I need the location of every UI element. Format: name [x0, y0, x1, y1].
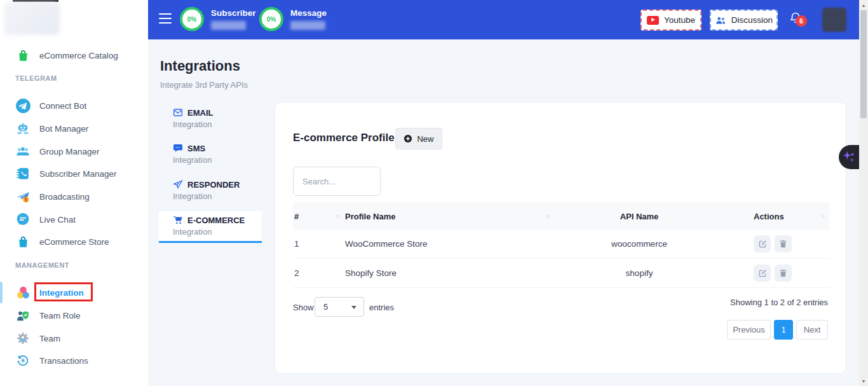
sidebar-item-broadcasting[interactable]: Broadcasting — [0, 187, 148, 206]
send-plane-icon — [173, 179, 183, 190]
sort-icon[interactable]: ↑↓ — [545, 213, 548, 219]
sidebar-item-team[interactable]: Team — [0, 329, 148, 348]
row-num: 1 — [293, 239, 344, 249]
column-header-api-name[interactable]: API Name — [553, 212, 725, 221]
sidebar-item-label: Team Role — [39, 311, 81, 321]
delete-button[interactable] — [775, 235, 792, 252]
sidebar-item-connect-bot[interactable]: Connect Bot — [0, 96, 148, 115]
ai-assistant-button[interactable] — [839, 145, 859, 169]
subnav-tab-responder[interactable]: RESPONDER Integration — [173, 179, 262, 201]
sidebar-item-label: eCommerce Store — [39, 237, 109, 247]
page-title: Integrations — [160, 58, 240, 74]
subnav-tab-sms[interactable]: SMS Integration — [173, 143, 262, 165]
table-row: 1 WooCommerce Store woocommerce — [293, 230, 829, 259]
table-header-row: # ↑↓ Profile Name ↑↓ API Name Actions ↑↓ — [293, 203, 829, 230]
sidebar-item-label: Subscriber Manager — [39, 169, 117, 179]
sidebar-item-label: Transactions — [39, 356, 88, 366]
discussion-button[interactable]: Discussion — [710, 10, 778, 31]
page-size-value: 5 — [323, 302, 328, 312]
row-profile-name: WooCommerce Store — [344, 239, 553, 249]
next-page-button[interactable]: Next — [796, 320, 828, 340]
sidebar-item-transactions[interactable]: Transactions — [0, 351, 148, 370]
column-header-actions[interactable]: Actions ↑↓ — [725, 212, 829, 221]
top-header: 0% Subscriber 0% Message Youtube Discuss… — [148, 0, 868, 39]
app-logo[interactable] — [4, 2, 60, 35]
sidebar-section-management: MANAGEMENT — [15, 261, 69, 269]
vertical-scrollbar[interactable]: ▲ ▼ — [859, 0, 868, 386]
row-api-name: woocommerce — [553, 239, 725, 249]
row-num: 2 — [293, 268, 344, 278]
new-profile-button[interactable]: New — [395, 128, 442, 149]
subscriber-progress-ring: 0% — [180, 7, 204, 31]
subnav-tab-label: RESPONDER — [187, 180, 240, 190]
column-header-num[interactable]: # ↑↓ — [293, 212, 344, 221]
youtube-icon — [647, 16, 659, 25]
message-stat-label: Message — [290, 8, 327, 18]
showing-entries-text: Showing 1 to 2 of 2 entries — [730, 298, 828, 307]
delete-button[interactable] — [775, 265, 792, 282]
row-api-name: shopify — [553, 268, 725, 278]
sort-icon[interactable]: ↑↓ — [336, 213, 339, 219]
sidebar-item-ecommerce-catalog[interactable]: eCommerce Catalog — [0, 46, 148, 65]
sidebar-section-telegram: TELEGRAM — [15, 74, 57, 82]
page-size-select[interactable]: 5 — [315, 297, 364, 317]
subscriber-stat-label: Subscriber — [211, 8, 256, 18]
broadcast-plane-icon — [15, 188, 31, 205]
column-header-profile-name[interactable]: Profile Name ↑↓ — [344, 212, 553, 221]
scroll-down-arrow[interactable]: ▼ — [859, 376, 868, 385]
sidebar-item-ecommerce-store[interactable]: eCommerce Store — [0, 232, 148, 251]
edit-pencil-icon — [758, 269, 767, 278]
sidebar-item-subscriber-manager[interactable]: Subscriber Manager — [0, 164, 148, 183]
page-1-button[interactable]: 1 — [774, 320, 793, 340]
edit-button[interactable] — [754, 235, 771, 252]
notifications-button[interactable]: 6 — [789, 11, 810, 32]
message-stat: 0% Message — [259, 7, 327, 31]
subscriber-stat: 0% Subscriber — [180, 7, 256, 31]
group-icon — [15, 143, 31, 160]
subnav-tab-sublabel: Integration — [173, 191, 262, 201]
team-gear-icon — [15, 330, 31, 347]
shopping-bag-green-icon — [15, 47, 31, 64]
ecommerce-profile-card: E-commerce Profile New # ↑↓ Profile Name… — [275, 102, 846, 374]
role-shield-icon — [15, 307, 31, 324]
transactions-history-icon — [15, 352, 31, 369]
hamburger-menu-icon[interactable] — [159, 13, 172, 25]
subnav-tab-sublabel: Integration — [173, 227, 262, 237]
telegram-icon — [15, 97, 31, 114]
youtube-button[interactable]: Youtube — [641, 10, 702, 31]
sort-icon[interactable]: ↑↓ — [821, 213, 824, 219]
panel-title: E-commerce Profile — [293, 132, 395, 144]
email-icon — [173, 107, 183, 118]
scroll-up-arrow[interactable]: ▲ — [859, 1, 868, 10]
profiles-table: # ↑↓ Profile Name ↑↓ API Name Actions ↑↓… — [293, 203, 829, 288]
chevron-down-icon — [351, 306, 356, 309]
plus-circle-icon — [403, 134, 412, 143]
user-avatar[interactable] — [822, 8, 846, 32]
table-row: 2 Shopify Store shopify — [293, 259, 829, 288]
edit-button[interactable] — [754, 265, 771, 282]
sidebar-item-bot-manager[interactable]: Bot Manager — [0, 119, 148, 138]
sidebar-item-label: Group Manager — [39, 147, 100, 156]
sidebar-item-live-chat[interactable]: Live Chat — [0, 210, 148, 229]
notification-count-badge: 6 — [796, 15, 807, 27]
scrollbar-thumb[interactable] — [860, 10, 867, 118]
sidebar-item-label: Team — [39, 334, 60, 343]
trash-icon — [779, 240, 787, 248]
subnav-tab-sublabel: Integration — [173, 155, 262, 165]
search-input[interactable] — [293, 167, 381, 196]
sidebar-item-group-manager[interactable]: Group Manager — [0, 142, 148, 161]
page-subtitle: Integrate 3rd Party APIs — [160, 80, 248, 90]
integration-circles-icon — [15, 284, 31, 301]
previous-page-button[interactable]: Previous — [727, 320, 771, 340]
sidebar: eCommerce Catalog TELEGRAM Connect Bot B… — [0, 0, 148, 386]
subnav-tab-ecommerce[interactable]: E-COMMERCE Integration — [173, 215, 262, 237]
subnav-tab-email[interactable]: EMAIL Integration — [173, 107, 262, 129]
edit-pencil-icon — [758, 240, 767, 249]
sidebar-item-label: Broadcasting — [39, 192, 90, 202]
discussion-button-label: Discussion — [731, 15, 773, 25]
sidebar-item-label: eCommerce Catalog — [39, 51, 118, 60]
sidebar-item-team-role[interactable]: Team Role — [0, 306, 148, 325]
sidebar-item-label: Connect Bot — [39, 101, 86, 111]
sidebar-item-label: Live Chat — [39, 215, 76, 224]
sidebar-item-integration[interactable]: Integration — [0, 283, 148, 302]
